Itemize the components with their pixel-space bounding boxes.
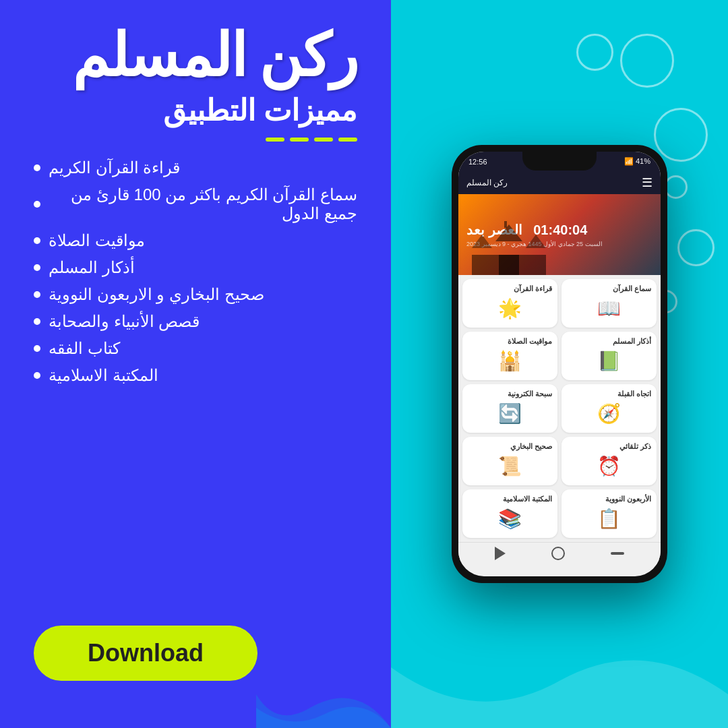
phone-notch	[522, 152, 597, 171]
feature-item: كتاب الفقه	[34, 339, 357, 358]
circle-deco-2	[576, 34, 613, 71]
feature-bullet	[34, 237, 40, 244]
feature-item: مواقيت الصلاة	[34, 231, 357, 250]
status-time: 12:56	[468, 158, 487, 166]
nav-home-icon[interactable]	[551, 547, 565, 560]
svg-marker-3	[472, 235, 492, 248]
feature-text: المكتبة الاسلامية	[49, 366, 158, 385]
grid-item-qibla[interactable]: اتجاه القبلة 🧭	[562, 384, 657, 433]
feature-bullet	[34, 201, 40, 208]
feature-bullet	[34, 318, 40, 325]
menu-icon[interactable]: ☰	[642, 175, 653, 190]
feature-text: أذكار المسلم	[49, 258, 135, 277]
phone-screen: 12:56 📶 41% ☰ ركن المسلم	[458, 152, 661, 576]
phone-body: 12:56 📶 41% ☰ ركن المسلم	[452, 145, 667, 583]
app-grid: قراءة القرآن 🌟 سماع القرآن 📖 مواقيت الصل…	[458, 275, 661, 542]
prayer-banner: 01:40:04 العصر بعد السبت 25 جمادي الأول …	[458, 194, 661, 275]
svg-rect-2	[504, 221, 507, 228]
grid-item-bukhari[interactable]: صحيح البخاري 📜	[462, 437, 557, 485]
feature-item: قصص الأنبياء والصحابة	[34, 312, 357, 331]
nav-back-icon[interactable]	[495, 547, 506, 560]
feature-item: أذكار المسلم	[34, 258, 357, 277]
grid-item-quran-listen[interactable]: سماع القرآن 📖	[562, 279, 657, 328]
app-subtitle: مميزات التطبيق	[34, 93, 357, 127]
feature-item: صحيح البخاري و الاربعون النووية	[34, 285, 357, 304]
grid-item-adhkar[interactable]: أذكار المسلم 📗	[562, 332, 657, 380]
qibla-icon: 🧭	[597, 401, 621, 425]
status-icons: 📶 41%	[624, 157, 650, 166]
divider-dash-1	[266, 138, 284, 142]
feature-bullet	[34, 164, 40, 171]
grid-item-prayer-times[interactable]: مواقيت الصلاة 🕌	[462, 332, 557, 380]
features-list: قراءة القرآن الكريمسماع القرآن الكريم با…	[34, 158, 357, 393]
grid-item-tasbih[interactable]: سبحة الكترونية 🔄	[462, 384, 557, 433]
quran-listen-icon: 📖	[597, 296, 621, 320]
right-panel-wave	[391, 627, 728, 728]
circle-deco-5	[677, 229, 715, 266]
app-header: ☰ ركن المسلم	[458, 171, 661, 194]
prayer-times-icon: 🕌	[498, 348, 522, 373]
dhikr-icon: ⏰	[597, 454, 621, 478]
phone-mockup: 12:56 📶 41% ☰ ركن المسلم	[452, 145, 667, 583]
svg-marker-4	[526, 235, 546, 248]
feature-text: صحيح البخاري و الاربعون النووية	[49, 285, 264, 304]
divider-dash-3	[314, 138, 333, 142]
circle-deco-1	[620, 34, 674, 88]
circle-deco-4	[664, 175, 688, 199]
divider-dash-2	[290, 138, 309, 142]
bukhari-icon: 📜	[498, 454, 522, 478]
nawawi-icon: 📋	[597, 506, 621, 530]
divider-dash-4	[338, 138, 357, 142]
feature-item: المكتبة الاسلامية	[34, 366, 357, 385]
nav-recent-icon[interactable]	[611, 552, 624, 555]
mosque-silhouette	[458, 221, 559, 275]
feature-bullet	[34, 291, 40, 298]
adhkar-icon: 📗	[597, 348, 621, 373]
feature-item: قراءة القرآن الكريم	[34, 158, 357, 177]
grid-item-library[interactable]: المكتبة الاسلامية 📚	[462, 489, 557, 538]
grid-item-nawawi[interactable]: الأربعون النووية 📋	[562, 489, 657, 538]
download-button[interactable]: Download	[34, 626, 257, 681]
feature-text: قراءة القرآن الكريم	[49, 158, 180, 177]
feature-item: سماع القرآن الكريم باكثر من 100 قارئ من …	[34, 185, 357, 223]
svg-rect-5	[499, 255, 519, 275]
bottom-nav	[458, 542, 661, 564]
svg-marker-1	[495, 224, 522, 241]
right-panel: 12:56 📶 41% ☰ ركن المسلم	[391, 0, 728, 728]
feature-text: سماع القرآن الكريم باكثر من 100 قارئ من …	[49, 185, 357, 223]
tasbih-icon: 🔄	[498, 401, 522, 425]
feature-bullet	[34, 345, 40, 352]
wave-decoration	[256, 627, 391, 728]
divider	[34, 138, 357, 142]
app-title: ركن المسلم	[34, 27, 357, 86]
main-container: ركن المسلم مميزات التطبيق قراءة القرآن ا…	[0, 0, 728, 728]
feature-text: قصص الأنبياء والصحابة	[49, 312, 200, 331]
quran-read-icon: 🌟	[498, 296, 522, 320]
library-icon: 📚	[498, 506, 522, 530]
feature-text: مواقيت الصلاة	[49, 231, 145, 250]
grid-item-dhikr[interactable]: ذكر تلقائي ⏰	[562, 437, 657, 485]
feature-bullet	[34, 264, 40, 271]
feature-text: كتاب الفقه	[49, 339, 120, 358]
feature-bullet	[34, 372, 40, 379]
left-panel: ركن المسلم مميزات التطبيق قراءة القرآن ا…	[0, 0, 391, 728]
header-title: ركن المسلم	[466, 178, 508, 187]
grid-item-quran-read[interactable]: قراءة القرآن 🌟	[462, 279, 557, 328]
